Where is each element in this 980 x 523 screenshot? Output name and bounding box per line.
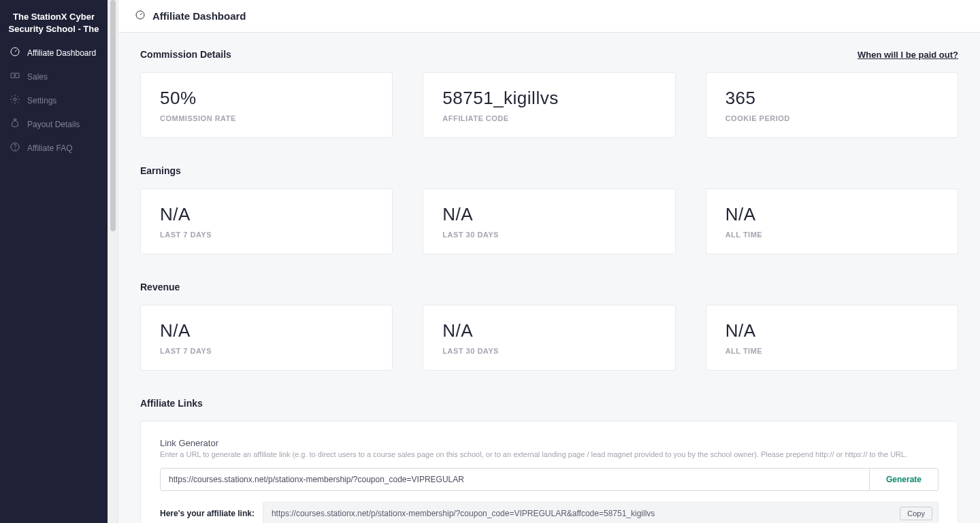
scrollbar-thumb[interactable] (110, 0, 116, 231)
nav-item-label: Affiliate Dashboard (27, 48, 96, 58)
affiliate-code-label: AFFILIATE CODE (442, 114, 655, 122)
help-icon (10, 141, 20, 154)
earnings-7d-value: N/A (160, 204, 373, 225)
cookie-period-label: COOKIE PERIOD (725, 114, 938, 122)
links-title: Affiliate Links (140, 398, 203, 409)
revenue-7d-value: N/A (160, 320, 373, 341)
nav-item-label: Payout Details (27, 120, 80, 129)
paid-out-link[interactable]: When will I be paid out? (858, 50, 958, 60)
main-area: Affiliate Dashboard Commission Details W… (118, 0, 980, 523)
earnings-7d-card: N/A LAST 7 DAYS (140, 188, 393, 254)
link-input-row: Generate (160, 468, 938, 491)
cash-icon (10, 70, 20, 83)
sidebar: The StationX Cyber Security School - The… (0, 0, 108, 523)
links-header: Affiliate Links (140, 398, 958, 409)
nav-settings[interactable]: Settings (0, 88, 108, 112)
nav-sales[interactable]: Sales (0, 65, 108, 88)
revenue-30d-value: N/A (442, 320, 655, 341)
school-title: The StationX Cyber Security School - The (0, 0, 108, 38)
revenue-header: Revenue (140, 282, 958, 292)
commission-header: Commission Details When will I be paid o… (140, 49, 958, 60)
earnings-all-value: N/A (725, 204, 938, 225)
revenue-all-card: N/A ALL TIME (706, 305, 958, 371)
commission-cards: 50% COMMISSION RATE 58751_kigillvs AFFIL… (140, 72, 958, 138)
nav-item-label: Sales (27, 72, 48, 82)
nav-affiliate-faq[interactable]: Affiliate FAQ (0, 136, 108, 160)
affiliate-link-result-row: Here's your affiliate link: https://cour… (160, 502, 938, 523)
revenue-30d-label: LAST 30 DAYS (442, 347, 655, 355)
link-url-input[interactable] (161, 469, 869, 490)
affiliate-code-card: 58751_kigillvs AFFILIATE CODE (423, 72, 675, 138)
commission-title: Commission Details (140, 49, 231, 60)
commission-rate-card: 50% COMMISSION RATE (140, 72, 393, 138)
nav-item-label: Affiliate FAQ (27, 144, 72, 153)
earnings-30d-card: N/A LAST 30 DAYS (423, 188, 675, 254)
revenue-30d-card: N/A LAST 30 DAYS (423, 305, 675, 371)
svg-point-5 (15, 149, 16, 150)
copy-button[interactable]: Copy (900, 507, 932, 520)
moneybag-icon (10, 118, 20, 131)
page-title: Affiliate Dashboard (152, 10, 246, 22)
earnings-30d-label: LAST 30 DAYS (442, 231, 655, 239)
earnings-30d-value: N/A (442, 204, 655, 225)
svg-rect-1 (11, 73, 19, 78)
revenue-cards: N/A LAST 7 DAYS N/A LAST 30 DAYS N/A ALL… (140, 305, 958, 371)
cookie-period-card: 365 COOKIE PERIOD (706, 72, 958, 138)
scrollbar[interactable] (108, 0, 118, 523)
affiliate-link-result-box: https://courses.stationx.net/p/stationx-… (263, 502, 938, 523)
gauge-icon (135, 10, 146, 22)
earnings-header: Earnings (140, 165, 958, 176)
content: Commission Details When will I be paid o… (118, 33, 980, 523)
sidebar-nav: Affiliate Dashboard Sales Settings Payou… (0, 41, 108, 160)
link-generator-title: Link Generator (160, 438, 938, 448)
revenue-title: Revenue (140, 282, 180, 292)
affiliate-code-value: 58751_kigillvs (442, 88, 655, 109)
svg-point-3 (14, 98, 16, 101)
affiliate-link-result-label: Here's your affiliate link: (160, 509, 255, 518)
revenue-7d-card: N/A LAST 7 DAYS (140, 305, 393, 371)
earnings-cards: N/A LAST 7 DAYS N/A LAST 30 DAYS N/A ALL… (140, 188, 958, 254)
svg-point-2 (14, 75, 16, 77)
revenue-all-value: N/A (725, 320, 938, 341)
commission-rate-label: COMMISSION RATE (160, 114, 373, 122)
revenue-7d-label: LAST 7 DAYS (160, 347, 373, 355)
link-generator-panel: Link Generator Enter a URL to generate a… (140, 421, 958, 523)
nav-payout-details[interactable]: Payout Details (0, 112, 108, 136)
generate-button[interactable]: Generate (869, 469, 938, 490)
earnings-title: Earnings (140, 165, 181, 176)
nav-affiliate-dashboard[interactable]: Affiliate Dashboard (0, 41, 108, 65)
link-generator-desc: Enter a URL to generate an affiliate lin… (160, 450, 938, 460)
earnings-all-card: N/A ALL TIME (706, 188, 958, 254)
gauge-icon (10, 46, 20, 59)
commission-rate-value: 50% (160, 88, 373, 109)
affiliate-link-url: https://courses.stationx.net/p/stationx-… (272, 509, 900, 518)
earnings-all-label: ALL TIME (725, 231, 938, 239)
gear-icon (10, 94, 20, 107)
earnings-7d-label: LAST 7 DAYS (160, 231, 373, 239)
topbar: Affiliate Dashboard (118, 0, 980, 33)
cookie-period-value: 365 (725, 88, 938, 109)
revenue-all-label: ALL TIME (725, 347, 938, 355)
nav-item-label: Settings (27, 96, 56, 105)
